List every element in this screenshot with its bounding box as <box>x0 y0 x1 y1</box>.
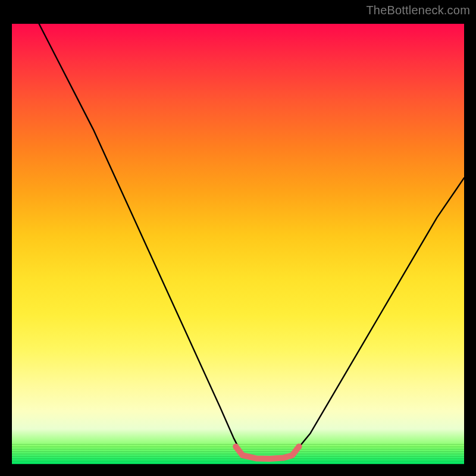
watermark-text: TheBottleneck.com <box>366 4 470 17</box>
valley-accent-stroke <box>12 24 464 464</box>
chart-frame: { "watermark": "TheBottleneck.com", "col… <box>0 0 476 476</box>
plot-area <box>12 24 464 464</box>
